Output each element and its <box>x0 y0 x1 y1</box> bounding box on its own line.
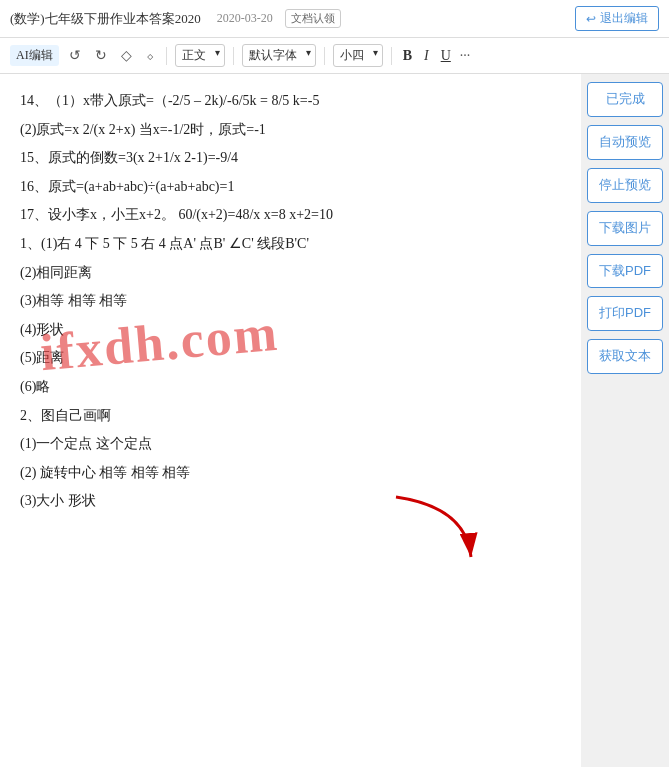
doc-line: (3)大小 形状 <box>20 488 561 515</box>
doc-line: (2) 旋转中心 相等 相等 相等 <box>20 460 561 487</box>
sep4 <box>391 47 392 65</box>
italic-button[interactable]: I <box>421 46 432 66</box>
header-bar: (数学)七年级下册作业本答案2020 2020-03-20 文档认领 ↩ 退出编… <box>0 0 669 38</box>
doc-line: 16、原式=(a+ab+abc)÷(a+ab+abc)=1 <box>20 174 561 201</box>
sidebar-btn-停止预览[interactable]: 停止预览 <box>587 168 663 203</box>
sep1 <box>166 47 167 65</box>
doc-line: (4)形状 <box>20 317 561 344</box>
sidebar-btn-下载图片[interactable]: 下载图片 <box>587 211 663 246</box>
sidebar-btn-已完成[interactable]: 已完成 <box>587 82 663 117</box>
doc-line: 1、(1)右 4 下 5 下 5 右 4 点A' 点B' ∠C' 线段B'C' <box>20 231 561 258</box>
toolbar: AI编辑 ↺ ↻ ◇ ⬦ 正文 默认字体 小四 B I U ··· <box>0 38 669 74</box>
doc-line: 2、图自己画啊 <box>20 403 561 430</box>
doc-date: 2020-03-20 <box>217 11 273 26</box>
format-dropdown[interactable]: 正文 <box>175 44 225 67</box>
doc-line: (5)距离 <box>20 345 561 372</box>
doc-line: (1)一个定点 这个定点 <box>20 431 561 458</box>
sep3 <box>324 47 325 65</box>
doc-line: (6)略 <box>20 374 561 401</box>
doc-line: 17、设小李x，小王x+2。 60/(x+2)=48/x x=8 x+2=10 <box>20 202 561 229</box>
doc-line: (2)相同距离 <box>20 260 561 287</box>
doc-title: (数学)七年级下册作业本答案2020 <box>10 10 201 28</box>
doc-lines: 14、（1）x带入原式=（-2/5 – 2k)/-6/5k = 8/5 k=-5… <box>20 88 561 515</box>
doc-line: 14、（1）x带入原式=（-2/5 – 2k)/-6/5k = 8/5 k=-5 <box>20 88 561 115</box>
ai-label: AI编辑 <box>10 45 59 66</box>
doc-line: (3)相等 相等 相等 <box>20 288 561 315</box>
main-area: ifxdh.com 14、（1）x带入原式=（-2/5 – 2k)/-6/5k … <box>0 74 669 767</box>
sep2 <box>233 47 234 65</box>
sidebar-btn-自动预览[interactable]: 自动预览 <box>587 125 663 160</box>
doc-tag: 文档认领 <box>285 9 341 28</box>
underline-button[interactable]: U <box>438 46 454 66</box>
doc-line: (2)原式=x 2/(x 2+x) 当x=-1/2时，原式=-1 <box>20 117 561 144</box>
redo-icon[interactable]: ↻ <box>91 45 111 66</box>
size-dropdown[interactable]: 小四 <box>333 44 383 67</box>
doc-line: 15、原式的倒数=3(x 2+1/x 2-1)=-9/4 <box>20 145 561 172</box>
exit-label: 退出编辑 <box>600 10 648 27</box>
clear-format-icon[interactable]: ◇ <box>117 45 136 66</box>
sidebar-btn-打印PDF[interactable]: 打印PDF <box>587 296 663 331</box>
font-dropdown[interactable]: 默认字体 <box>242 44 316 67</box>
eraser-icon[interactable]: ⬦ <box>142 46 158 66</box>
exit-edit-button[interactable]: ↩ 退出编辑 <box>575 6 659 31</box>
document-editor[interactable]: ifxdh.com 14、（1）x带入原式=（-2/5 – 2k)/-6/5k … <box>0 74 581 767</box>
exit-icon: ↩ <box>586 12 596 26</box>
undo-icon[interactable]: ↺ <box>65 45 85 66</box>
sidebar-btn-下载PDF[interactable]: 下载PDF <box>587 254 663 289</box>
more-options-button[interactable]: ··· <box>460 48 471 64</box>
bold-button[interactable]: B <box>400 46 415 66</box>
right-sidebar: 已完成自动预览停止预览下载图片下载PDF打印PDF获取文本 <box>581 74 669 767</box>
sidebar-btn-获取文本[interactable]: 获取文本 <box>587 339 663 374</box>
